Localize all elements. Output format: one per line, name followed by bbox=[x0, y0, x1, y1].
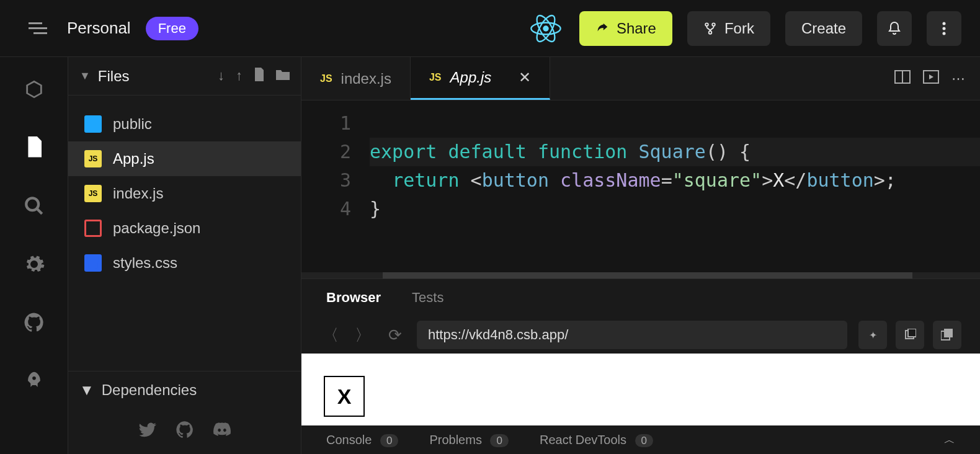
gutter: 1 2 3 4 bbox=[301, 109, 370, 272]
svg-rect-16 bbox=[908, 329, 916, 337]
share-label: Share bbox=[617, 20, 656, 37]
activity-files[interactable] bbox=[20, 134, 48, 161]
square-button[interactable]: X bbox=[324, 376, 365, 417]
devtools-label: React DevTools bbox=[540, 433, 626, 447]
file-label: styles.css bbox=[113, 254, 177, 272]
upload-icon[interactable]: ↑ bbox=[236, 68, 243, 85]
console-label: Console bbox=[326, 433, 372, 447]
popout-icon[interactable] bbox=[933, 321, 961, 349]
editor-scrollbar[interactable] bbox=[301, 272, 980, 278]
folder-icon bbox=[84, 115, 102, 133]
problems-count: 0 bbox=[490, 434, 508, 447]
svg-point-7 bbox=[943, 22, 946, 25]
file-item-index-js[interactable]: JS index.js bbox=[68, 176, 301, 211]
activity-deploy[interactable] bbox=[20, 367, 48, 394]
close-icon[interactable]: ✕ bbox=[519, 69, 531, 86]
devtools-count: 0 bbox=[635, 434, 653, 447]
plan-badge[interactable]: Free bbox=[146, 17, 198, 40]
tab-label: App.js bbox=[450, 69, 492, 86]
file-label: package.json bbox=[113, 220, 200, 237]
fork-label: Fork bbox=[724, 20, 754, 37]
rocket-icon bbox=[24, 370, 45, 391]
nav-forward-icon[interactable]: 〉 bbox=[352, 324, 373, 346]
js-icon: JS bbox=[429, 72, 442, 83]
expand-icon[interactable]: ✦ bbox=[858, 321, 887, 349]
json-icon bbox=[84, 220, 102, 237]
chevron-up-icon[interactable]: ︿ bbox=[944, 432, 955, 447]
new-file-icon[interactable] bbox=[254, 68, 265, 85]
share-button[interactable]: Share bbox=[579, 11, 672, 46]
share-arrow-icon bbox=[595, 22, 609, 35]
file-label: App.js bbox=[113, 150, 154, 167]
fork-icon bbox=[703, 22, 717, 35]
activity-search[interactable] bbox=[20, 192, 48, 220]
file-item-styles-css[interactable]: styles.css bbox=[68, 246, 301, 280]
browser-tab[interactable]: Browser bbox=[326, 290, 381, 306]
console-count: 0 bbox=[380, 434, 398, 447]
gear-icon bbox=[23, 253, 45, 275]
file-item-app-js[interactable]: JS App.js bbox=[68, 141, 301, 176]
svg-point-5 bbox=[712, 23, 715, 26]
devtools-tab[interactable]: React DevTools 0 bbox=[540, 433, 653, 447]
svg-point-8 bbox=[943, 27, 946, 30]
code-body: export default function Square() { retur… bbox=[370, 109, 980, 272]
files-panel-header[interactable]: ▼ Files ↓ ↑ bbox=[68, 57, 301, 96]
dots-vertical-icon bbox=[942, 21, 946, 36]
search-icon bbox=[24, 195, 45, 216]
activity-github[interactable] bbox=[20, 309, 48, 336]
download-icon[interactable]: ↓ bbox=[218, 68, 225, 85]
file-label: public bbox=[113, 115, 152, 133]
problems-tab[interactable]: Problems 0 bbox=[429, 433, 509, 447]
reload-icon[interactable]: ⟳ bbox=[385, 326, 406, 345]
js-icon: JS bbox=[320, 73, 332, 84]
more-icon[interactable]: ⋯ bbox=[951, 71, 965, 87]
tab-app-js[interactable]: JS App.js ✕ bbox=[411, 57, 550, 100]
svg-point-6 bbox=[709, 31, 712, 34]
tests-tab[interactable]: Tests bbox=[412, 290, 443, 306]
problems-label: Problems bbox=[429, 433, 481, 447]
svg-line-11 bbox=[37, 208, 42, 214]
cube-icon bbox=[24, 79, 45, 100]
code-editor[interactable]: 1 2 3 4 export default function Square()… bbox=[301, 100, 980, 272]
svg-point-10 bbox=[26, 198, 38, 210]
workspace-name[interactable]: Personal bbox=[67, 19, 131, 38]
activity-settings[interactable] bbox=[20, 251, 48, 278]
svg-rect-18 bbox=[944, 329, 953, 337]
activity-sandbox[interactable] bbox=[20, 76, 48, 103]
preview-icon[interactable] bbox=[923, 70, 939, 87]
tab-index-js[interactable]: JS index.js bbox=[301, 57, 411, 100]
github-icon bbox=[24, 312, 45, 333]
nav-back-icon[interactable]: 〈 bbox=[320, 324, 341, 346]
preview-frame: X bbox=[301, 354, 980, 425]
new-window-icon[interactable] bbox=[896, 321, 924, 349]
create-button[interactable]: Create bbox=[785, 11, 862, 46]
file-item-package-json[interactable]: package.json bbox=[68, 211, 301, 246]
bell-icon bbox=[887, 21, 902, 36]
url-text: https://vkd4n8.csb.app/ bbox=[428, 327, 568, 343]
github-icon[interactable] bbox=[176, 421, 194, 442]
css-icon bbox=[84, 254, 102, 272]
file-item-public[interactable]: public bbox=[68, 107, 301, 141]
notifications-button[interactable] bbox=[877, 11, 912, 46]
new-folder-icon[interactable] bbox=[276, 68, 290, 85]
discord-icon[interactable] bbox=[213, 421, 231, 442]
file-icon bbox=[25, 136, 43, 159]
tab-label: index.js bbox=[341, 70, 391, 87]
svg-point-9 bbox=[943, 32, 946, 35]
dependencies-panel-header[interactable]: ▼ Dependencies bbox=[68, 371, 301, 408]
more-menu-button[interactable] bbox=[927, 11, 961, 46]
js-icon: JS bbox=[84, 185, 102, 202]
console-tab[interactable]: Console 0 bbox=[326, 433, 398, 447]
react-logo-icon bbox=[527, 10, 564, 47]
dependencies-label: Dependencies bbox=[102, 381, 197, 399]
split-editor-icon[interactable] bbox=[894, 70, 911, 87]
menu-button[interactable] bbox=[24, 17, 52, 39]
files-label: Files bbox=[98, 68, 130, 85]
twitter-icon[interactable] bbox=[138, 421, 157, 442]
url-input[interactable]: https://vkd4n8.csb.app/ bbox=[417, 321, 847, 349]
fork-button[interactable]: Fork bbox=[687, 11, 770, 46]
svg-point-4 bbox=[705, 23, 708, 26]
svg-point-0 bbox=[543, 25, 548, 31]
chevron-down-icon: ▼ bbox=[79, 69, 91, 82]
create-label: Create bbox=[801, 20, 846, 37]
